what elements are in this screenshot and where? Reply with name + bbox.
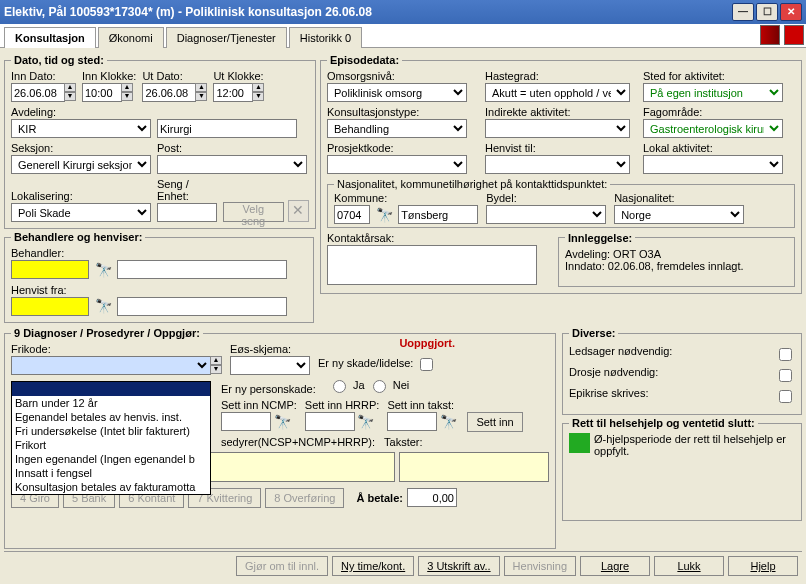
- behandler-name-input[interactable]: [117, 260, 287, 279]
- lbl-ind: Indirekte aktivitet:: [485, 106, 635, 118]
- binoculars-icon[interactable]: 🔭: [437, 414, 459, 432]
- toolbar-icon-1[interactable]: [760, 25, 780, 45]
- tab-historikk[interactable]: Historikk 0: [289, 27, 362, 48]
- lbl-betale: Å betale:: [356, 492, 402, 504]
- inn-dato-input[interactable]: [11, 83, 65, 102]
- binoculars-icon[interactable]: 🔭: [355, 414, 377, 432]
- pros-select[interactable]: [327, 155, 467, 174]
- lbl-seng: Seng / Enhet:: [157, 178, 217, 202]
- dropdown-item[interactable]: Barn under 12 år: [12, 396, 210, 410]
- dropdown-item[interactable]: Innsatt i fengsel: [12, 466, 210, 480]
- dropdown-item[interactable]: Egenandel betales av henvis. inst.: [12, 410, 210, 424]
- eos-select[interactable]: [230, 356, 310, 375]
- ledsager-checkbox[interactable]: [779, 348, 792, 361]
- flag-icon: [569, 433, 590, 453]
- henvist-fra-code-input[interactable]: [11, 297, 89, 316]
- ut-dato-spinner[interactable]: ▲▼: [195, 83, 207, 101]
- dropdown-item-blank[interactable]: [12, 382, 210, 396]
- legend-nasj: Nasjonalitet, kommunetilhørighet på kont…: [334, 178, 610, 190]
- binoculars-icon[interactable]: 🔭: [271, 414, 293, 432]
- ind-select[interactable]: [485, 119, 630, 138]
- hrrp-input[interactable]: [305, 412, 355, 431]
- tab-konsultasjon[interactable]: Konsultasjon: [4, 27, 96, 48]
- overforing-button: 8 Overføring: [265, 488, 344, 508]
- ut-klokke-spinner[interactable]: ▲▼: [252, 83, 264, 101]
- tab-okonomi[interactable]: Økonomi: [98, 27, 164, 48]
- legend-diag: 9 Diagnoser / Prosedyrer / Oppgjør:: [14, 327, 200, 339]
- lbl-omsorg: Omsorgsnivå:: [327, 70, 477, 82]
- frikode-dropdown-list[interactable]: Barn under 12 år Egenandel betales av he…: [11, 381, 211, 495]
- inn-dato-spinner[interactable]: ▲▼: [64, 83, 76, 101]
- takster-text[interactable]: [399, 452, 549, 482]
- kons-select[interactable]: Behandling: [327, 119, 467, 138]
- toolbar-icon-2[interactable]: [784, 25, 804, 45]
- legend-diverse: Diverse:: [569, 327, 618, 339]
- kontaktaarsak-textarea[interactable]: [327, 245, 537, 285]
- ut-dato-input[interactable]: [142, 83, 196, 102]
- ncmp-input[interactable]: [221, 412, 271, 431]
- kommune-code-input[interactable]: [334, 205, 370, 224]
- seksjon-select[interactable]: Generell Kirurgi seksjon: [11, 155, 151, 174]
- legend-epi: Episodedata:: [327, 54, 402, 66]
- frikode-spinner[interactable]: ▲▼: [210, 356, 222, 374]
- maximize-button[interactable]: ☐: [756, 3, 778, 21]
- close-button[interactable]: ✕: [780, 3, 802, 21]
- lbl-sedyrer: sedyrer(NCSP+NCMP+HRRP):: [221, 436, 375, 448]
- nasj-select[interactable]: Norge: [614, 205, 744, 224]
- lukk-button[interactable]: Lukk: [654, 556, 724, 576]
- lbl-fag: Fagområde:: [643, 106, 793, 118]
- sted-select[interactable]: På egen institusjon: [643, 83, 783, 102]
- binoculars-icon[interactable]: 🔭: [373, 207, 395, 225]
- fag-select[interactable]: Gastroenterologisk kirurgi: [643, 119, 783, 138]
- ut-klokke-input[interactable]: [213, 83, 253, 102]
- henvist-fra-name-input[interactable]: [117, 297, 287, 316]
- lbl-behandler: Behandler:: [11, 247, 307, 259]
- ny-skade-checkbox[interactable]: [420, 358, 433, 371]
- lbl-ncmp: Sett inn NCMP:: [221, 399, 297, 411]
- avdeling-desc[interactable]: [157, 119, 297, 138]
- lagre-button[interactable]: Lagre: [580, 556, 650, 576]
- lbl-haste: Hastegrad:: [485, 70, 635, 82]
- lbl-nasj: Nasjonalitet:: [614, 192, 744, 204]
- dropdown-item[interactable]: Fri undersøkelse (Intet blir fakturert): [12, 424, 210, 438]
- lbl-bydel: Bydel:: [486, 192, 606, 204]
- lbl-ledsager: Ledsager nødvendig:: [569, 345, 672, 364]
- binoculars-icon[interactable]: 🔭: [92, 298, 114, 316]
- delete-seng-button[interactable]: ✕: [288, 200, 309, 222]
- henv-select[interactable]: [485, 155, 630, 174]
- sett-inn-button[interactable]: Sett inn: [467, 412, 522, 432]
- seng-input[interactable]: [157, 203, 217, 222]
- binoculars-icon[interactable]: 🔭: [92, 262, 114, 280]
- haste-select[interactable]: Akutt = uten opphold / ve: [485, 83, 630, 102]
- utskrift-button[interactable]: 3 Utskrift av..: [418, 556, 499, 576]
- takst-input[interactable]: [387, 412, 437, 431]
- ny-person-nei-radio[interactable]: [373, 380, 386, 393]
- omsorg-select[interactable]: Poliklinisk omsorg: [327, 83, 467, 102]
- lokalisering-select[interactable]: Poli Skade: [11, 203, 151, 222]
- lbl-henv: Henvist til:: [485, 142, 635, 154]
- drosje-checkbox[interactable]: [779, 369, 792, 382]
- ny-person-ja-radio[interactable]: [333, 380, 346, 393]
- lbl-seksjon: Seksjon:: [11, 142, 151, 154]
- kommune-name-input[interactable]: [398, 205, 478, 224]
- inn-klokke-input[interactable]: [82, 83, 122, 102]
- dropdown-item[interactable]: Ingen egenandel (Ingen egenandel b: [12, 452, 210, 466]
- fieldset-episodedata: Episodedata: Omsorgsnivå: Poliklinisk om…: [320, 54, 802, 294]
- tab-diagnoser[interactable]: Diagnoser/Tjenester: [166, 27, 287, 48]
- avdeling-select[interactable]: KIR: [11, 119, 151, 138]
- ny-time-button[interactable]: Ny time/kont.: [332, 556, 414, 576]
- post-select[interactable]: [157, 155, 307, 174]
- dropdown-item[interactable]: Frikort: [12, 438, 210, 452]
- hjelp-button[interactable]: Hjelp: [728, 556, 798, 576]
- inn-klokke-spinner[interactable]: ▲▼: [121, 83, 133, 101]
- lokal-select[interactable]: [643, 155, 783, 174]
- minimize-button[interactable]: —: [732, 3, 754, 21]
- betale-input[interactable]: [407, 488, 457, 507]
- lbl-avdeling: Avdeling:: [11, 106, 151, 118]
- dropdown-item[interactable]: Konsultasjon betales av fakturamotta: [12, 480, 210, 494]
- epikrise-checkbox[interactable]: [779, 390, 792, 403]
- bydel-select[interactable]: [486, 205, 606, 224]
- behandler-code-input[interactable]: [11, 260, 89, 279]
- frikode-select[interactable]: [11, 356, 211, 375]
- lbl-epikrise: Epikrise skrives:: [569, 387, 648, 406]
